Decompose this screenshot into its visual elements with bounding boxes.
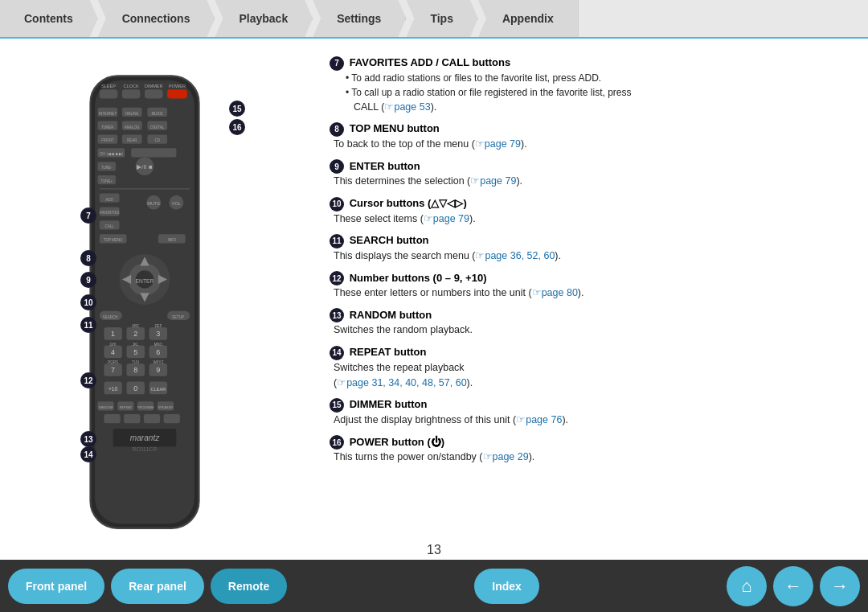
svg-text:MNO: MNO (154, 343, 163, 347)
section-10: 10 Cursor buttons (△▽◁▷) These select it… (330, 195, 852, 226)
svg-text:0: 0 (133, 384, 137, 392)
remote-button[interactable]: Remote (211, 569, 287, 604)
svg-text:POWER: POWER (169, 84, 186, 88)
tab-playback[interactable]: Playback (215, 0, 313, 37)
svg-text:PROGRAM: PROGRAM (137, 405, 154, 409)
svg-text:marantz: marantz (130, 433, 160, 442)
section-14-title: REPEAT button (350, 346, 427, 358)
svg-text:CLOCK: CLOCK (123, 84, 139, 88)
annotation-14: 14 (80, 446, 96, 462)
svg-text:8: 8 (133, 366, 137, 374)
section-16-num: 16 (330, 435, 344, 450)
home-button[interactable]: ⌂ (727, 566, 767, 606)
svg-text:CLEAR: CLEAR (151, 387, 166, 392)
section-13: 13 RANDOM button Switches the random pla… (330, 307, 852, 338)
svg-text:TUV: TUV (132, 360, 139, 364)
section-10-ref: ☞page 79 (424, 213, 469, 224)
section-15: 15 DIMMER button Adjust the display brig… (330, 396, 852, 427)
svg-text:TUNER: TUNER (101, 125, 114, 129)
svg-text:ONLINE: ONLINE (125, 112, 139, 116)
tab-contents-label: Contents (24, 12, 73, 25)
tab-settings-label: Settings (337, 12, 381, 25)
tab-contents[interactable]: Contents (0, 0, 98, 37)
bottom-navigation: Front panel Rear panel Remote Index ⌂ ← … (0, 560, 868, 612)
section-16-body: This turns the power on/standby (☞page 2… (334, 450, 852, 465)
section-10-title: Cursor buttons (△▽◁▷) (350, 197, 467, 209)
tab-tips[interactable]: Tips (406, 0, 478, 37)
annotation-11: 11 (80, 317, 96, 333)
section-10-num: 10 (330, 197, 344, 212)
home-icon: ⌂ (741, 576, 751, 597)
svg-text:6: 6 (156, 348, 160, 356)
section-9: 9 ENTER button This determines the selec… (330, 158, 852, 189)
section-12-title: Number buttons (0 – 9, +10) (350, 272, 487, 284)
section-9-body: This determines the selection (☞page 79)… (334, 174, 852, 189)
tab-connections[interactable]: Connections (98, 0, 215, 37)
svg-text:RANDOM: RANDOM (99, 405, 113, 409)
svg-rect-2 (100, 89, 118, 98)
svg-text:INFO: INFO (167, 238, 176, 242)
section-11: 11 SEARCH button This displays the searc… (330, 232, 852, 263)
section-12-ref: ☞page 80 (532, 287, 578, 298)
svg-text:REAR: REAR (127, 138, 137, 142)
svg-text:SEARCH: SEARCH (103, 315, 118, 319)
section-7-bullet-1: • To add radio stations or files to the … (346, 71, 852, 85)
section-9-ref: ☞page 79 (470, 175, 516, 187)
svg-text:MUSIC: MUSIC (152, 112, 164, 116)
svg-text:RC011CR: RC011CR (133, 446, 158, 452)
section-7: 7 FAVORITES ADD / CALL buttons • To add … (330, 55, 852, 114)
svg-text:2: 2 (133, 330, 137, 338)
section-7-ref: ☞page 53 (384, 101, 430, 113)
svg-text:SLEEP: SLEEP (101, 84, 116, 88)
section-16: 16 POWER button (⏻) This turns the power… (330, 434, 852, 465)
annotation-13: 13 (80, 431, 96, 447)
section-9-title: ENTER button (350, 160, 420, 172)
svg-text:ANALOG: ANALOG (125, 125, 140, 129)
svg-text:CH-  |◀◀  ▶▶|: CH- |◀◀ ▶▶| (100, 152, 123, 156)
svg-text:ENTER: ENTER (136, 278, 154, 284)
tab-appendix-label: Appendix (502, 12, 554, 25)
tab-playback-label: Playback (239, 12, 288, 25)
svg-text:TUNE+: TUNE+ (100, 179, 113, 183)
svg-text:+10: +10 (108, 386, 118, 392)
section-7-title: FAVORITES ADD / CALL buttons (350, 56, 511, 68)
section-12: 12 Number buttons (0 – 9, +10) These ent… (330, 270, 852, 301)
svg-rect-104 (104, 414, 120, 423)
tab-settings[interactable]: Settings (313, 0, 406, 37)
section-8-num: 8 (330, 122, 344, 137)
front-panel-button[interactable]: Front panel (8, 569, 104, 604)
svg-text:TOP MENU: TOP MENU (104, 238, 123, 242)
rear-panel-button[interactable]: Rear panel (111, 569, 204, 604)
index-button[interactable]: Index (474, 569, 539, 604)
annotation-7: 7 (80, 207, 96, 224)
section-15-title: DIMMER button (350, 398, 428, 410)
annotation-15: 15 (229, 101, 245, 117)
svg-rect-5 (167, 89, 187, 98)
section-10-body: These select items (☞page 79). (334, 212, 852, 227)
page-number: 13 (427, 543, 441, 557)
section-11-title: SEARCH button (350, 234, 429, 246)
svg-text:9: 9 (156, 366, 160, 374)
tab-appendix[interactable]: Appendix (478, 0, 579, 37)
svg-text:4: 4 (111, 348, 115, 356)
section-8-title: TOP MENU button (350, 122, 440, 134)
svg-text:SPEAKER: SPEAKER (158, 405, 174, 409)
section-15-num: 15 (330, 398, 344, 413)
section-7-num: 7 (330, 56, 344, 71)
section-14-body: Switches the repeat playback (☞page 31, … (334, 360, 852, 391)
section-8-body: To back to the top of the menu (☞page 79… (334, 137, 852, 152)
svg-text:DEF: DEF (154, 324, 162, 328)
section-14: 14 REPEAT button Switches the repeat pla… (330, 344, 852, 390)
section-12-num: 12 (330, 271, 344, 285)
svg-text:DIMMER: DIMMER (145, 84, 163, 88)
section-11-num: 11 (330, 234, 344, 248)
svg-text:REPEAT: REPEAT (120, 405, 133, 409)
svg-rect-4 (145, 89, 163, 98)
section-16-title: POWER button (⏻) (350, 436, 444, 448)
main-content: 7 8 9 10 11 12 13 14 15 16 SLEEP (0, 39, 868, 560)
svg-text:1: 1 (111, 330, 115, 338)
back-button[interactable]: ← (773, 566, 813, 606)
forward-button[interactable]: → (820, 566, 860, 606)
annotation-9: 9 (80, 272, 96, 288)
section-9-num: 9 (330, 159, 344, 174)
